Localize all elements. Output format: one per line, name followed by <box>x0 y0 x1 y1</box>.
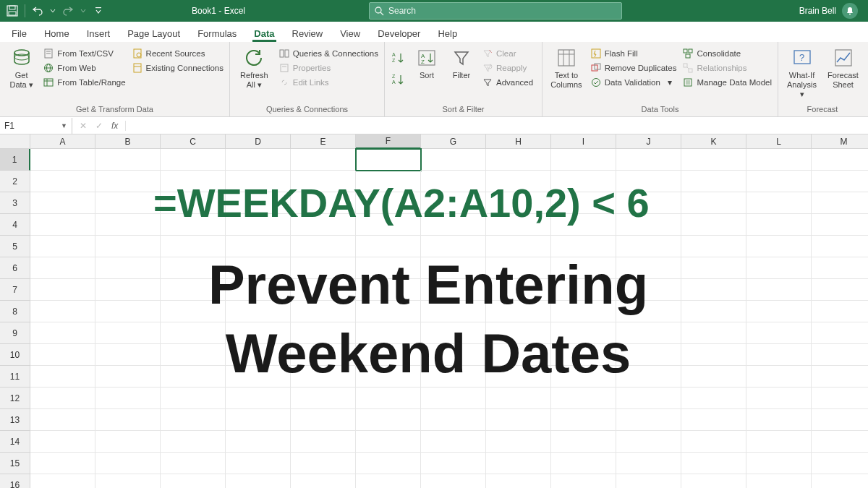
cell-G2[interactable] <box>421 171 486 192</box>
cell-G13[interactable] <box>421 409 486 431</box>
tab-data[interactable]: Data <box>252 24 276 42</box>
cell-K9[interactable] <box>681 322 746 344</box>
cell-D15[interactable] <box>226 453 291 474</box>
cell-J13[interactable] <box>616 409 681 431</box>
search-box[interactable]: Search <box>369 2 622 20</box>
cell-C8[interactable] <box>161 301 226 322</box>
cell-F1[interactable] <box>356 149 421 171</box>
cell-C9[interactable] <box>161 322 226 344</box>
column-header-L[interactable]: L <box>746 134 812 149</box>
cell-E11[interactable] <box>291 366 356 388</box>
redo-dropdown-icon[interactable] <box>80 4 86 17</box>
cell-E3[interactable] <box>291 192 356 214</box>
column-header-I[interactable]: I <box>551 134 616 149</box>
column-header-A[interactable]: A <box>30 134 95 149</box>
cell-I1[interactable] <box>551 149 616 171</box>
row-header-7[interactable]: 7 <box>0 279 30 301</box>
cell-H11[interactable] <box>486 366 551 388</box>
cell-C13[interactable] <box>161 409 226 431</box>
properties-button[interactable]: Properties <box>278 62 378 74</box>
cell-C7[interactable] <box>161 279 226 301</box>
row-header-5[interactable]: 5 <box>0 236 30 257</box>
cell-I3[interactable] <box>551 192 616 214</box>
cell-J2[interactable] <box>616 171 681 192</box>
cell-C14[interactable] <box>161 431 226 453</box>
cell-K15[interactable] <box>681 453 746 474</box>
cell-H3[interactable] <box>486 192 551 214</box>
cell-G14[interactable] <box>421 431 486 453</box>
cell-A4[interactable] <box>30 214 95 236</box>
cell-H1[interactable] <box>486 149 551 171</box>
cell-A13[interactable] <box>30 409 95 431</box>
cell-K4[interactable] <box>681 214 746 236</box>
column-header-M[interactable]: M <box>812 134 868 149</box>
cell-L6[interactable] <box>746 257 812 279</box>
cell-B9[interactable] <box>95 322 161 344</box>
cell-I6[interactable] <box>551 257 616 279</box>
cell-G15[interactable] <box>421 453 486 474</box>
sort-asc-icon[interactable]: AZ <box>391 51 407 67</box>
cell-A6[interactable] <box>30 257 95 279</box>
cell-J16[interactable] <box>616 474 681 488</box>
cell-C6[interactable] <box>161 257 226 279</box>
cell-B4[interactable] <box>95 214 161 236</box>
column-header-G[interactable]: G <box>421 134 486 149</box>
cell-I2[interactable] <box>551 171 616 192</box>
cell-C16[interactable] <box>161 474 226 488</box>
cell-G6[interactable] <box>421 257 486 279</box>
cell-E8[interactable] <box>291 301 356 322</box>
data-validation-button[interactable]: Data Validation ▾ <box>590 77 677 88</box>
cell-H8[interactable] <box>486 301 551 322</box>
enter-formula-icon[interactable]: ✓ <box>95 121 103 131</box>
cell-I16[interactable] <box>551 474 616 488</box>
cell-K13[interactable] <box>681 409 746 431</box>
cell-F16[interactable] <box>356 474 421 488</box>
cell-K5[interactable] <box>681 236 746 257</box>
cell-C12[interactable] <box>161 388 226 409</box>
cell-A8[interactable] <box>30 301 95 322</box>
cell-F3[interactable] <box>356 192 421 214</box>
cell-L11[interactable] <box>746 366 812 388</box>
column-header-E[interactable]: E <box>291 134 356 149</box>
qat-customize-icon[interactable] <box>92 4 105 17</box>
cell-A3[interactable] <box>30 192 95 214</box>
tab-file[interactable]: File <box>10 24 28 42</box>
cell-F11[interactable] <box>356 366 421 388</box>
cell-F4[interactable] <box>356 214 421 236</box>
column-header-B[interactable]: B <box>95 134 161 149</box>
cell-L8[interactable] <box>746 301 812 322</box>
cell-E9[interactable] <box>291 322 356 344</box>
cell-I9[interactable] <box>551 322 616 344</box>
flash-fill-button[interactable]: Flash Fill <box>590 48 677 59</box>
notifications-icon[interactable] <box>842 3 858 19</box>
cell-M15[interactable] <box>812 453 868 474</box>
cell-K8[interactable] <box>681 301 746 322</box>
cell-F9[interactable] <box>356 322 421 344</box>
cell-G12[interactable] <box>421 388 486 409</box>
cell-E12[interactable] <box>291 388 356 409</box>
cell-J11[interactable] <box>616 366 681 388</box>
row-header-13[interactable]: 13 <box>0 409 30 431</box>
cell-H5[interactable] <box>486 236 551 257</box>
save-icon[interactable] <box>6 4 19 17</box>
cell-B2[interactable] <box>95 171 161 192</box>
row-header-16[interactable]: 16 <box>0 474 30 488</box>
cancel-formula-icon[interactable]: ✕ <box>80 121 87 131</box>
cell-K12[interactable] <box>681 388 746 409</box>
cell-L13[interactable] <box>746 409 812 431</box>
row-header-2[interactable]: 2 <box>0 171 30 192</box>
advanced-filter-button[interactable]: Advanced <box>482 77 533 88</box>
cell-J10[interactable] <box>616 344 681 366</box>
cell-M13[interactable] <box>812 409 868 431</box>
cell-G11[interactable] <box>421 366 486 388</box>
cell-H16[interactable] <box>486 474 551 488</box>
row-header-1[interactable]: 1 <box>0 149 30 171</box>
queries-connections-button[interactable]: Queries & Connections <box>278 48 378 59</box>
from-text-csv-button[interactable]: From Text/CSV <box>43 48 125 59</box>
cell-H2[interactable] <box>486 171 551 192</box>
cell-L14[interactable] <box>746 431 812 453</box>
cell-B12[interactable] <box>95 388 161 409</box>
cell-K6[interactable] <box>681 257 746 279</box>
cell-D16[interactable] <box>226 474 291 488</box>
cell-E4[interactable] <box>291 214 356 236</box>
